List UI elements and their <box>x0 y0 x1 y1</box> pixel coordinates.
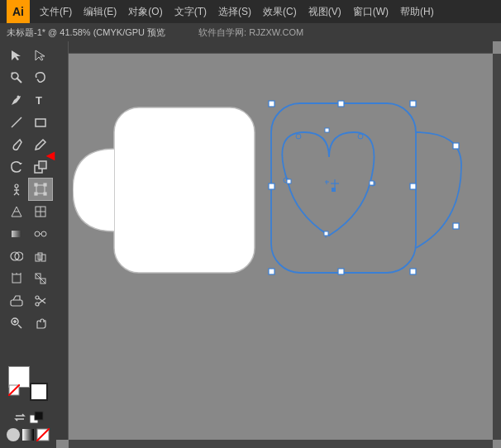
svg-rect-19 <box>44 193 46 195</box>
swap-colors-button[interactable] <box>13 411 26 424</box>
tool-row-mesh <box>0 179 56 200</box>
top-menu: 文件(F) 编辑(E) 对象(O) 文字(T) 选择(S) 效果(C) 视图(V… <box>35 3 494 21</box>
menu-object[interactable]: 对象(O) <box>123 3 167 21</box>
scissors-tool[interactable] <box>29 290 52 312</box>
stroke-color[interactable] <box>30 383 48 401</box>
tool-row-shape <box>0 245 56 267</box>
line-tool[interactable] <box>5 112 28 133</box>
svg-rect-57 <box>114 107 255 273</box>
tool-row-wand <box>0 67 56 88</box>
svg-rect-64 <box>338 269 344 274</box>
puppet-warp-tool[interactable] <box>5 179 28 200</box>
top-ruler <box>69 41 493 54</box>
tool-row-perspective <box>0 201 56 222</box>
mesh-tool[interactable] <box>29 201 52 222</box>
menu-file[interactable]: 文件(F) <box>35 3 77 21</box>
menu-select[interactable]: 选择(S) <box>213 3 256 21</box>
tool-row-zoom <box>0 312 56 334</box>
tool-row-pen: T <box>0 89 56 111</box>
svg-rect-33 <box>12 274 21 283</box>
tool-row-brush <box>0 134 56 155</box>
canvas-area[interactable] <box>56 41 501 448</box>
svg-rect-63 <box>338 101 344 107</box>
tab-bar: 未标题-1* @ 41.58% (CMYK/GPU 预览 软件自学网: RJZX… <box>0 23 501 41</box>
svg-line-6 <box>12 117 21 127</box>
magic-wand-tool[interactable] <box>5 67 28 88</box>
svg-line-13 <box>14 193 17 195</box>
svg-rect-81 <box>325 128 329 132</box>
lasso-tool[interactable] <box>29 67 52 88</box>
free-transform-tool[interactable] <box>29 179 52 200</box>
eraser-tool[interactable] <box>5 290 28 312</box>
svg-line-14 <box>17 193 19 195</box>
svg-rect-71 <box>332 188 336 192</box>
scale-tool[interactable] <box>29 156 52 178</box>
tool-row-line <box>0 112 56 133</box>
svg-rect-66 <box>269 183 274 189</box>
menu-effect[interactable]: 效果(C) <box>258 3 302 21</box>
no-fill-indicator <box>8 384 20 399</box>
svg-point-4 <box>17 96 19 98</box>
svg-point-26 <box>41 231 46 236</box>
svg-rect-68 <box>453 223 459 229</box>
direct-selection-tool[interactable] <box>29 45 52 66</box>
tool-row-eraser <box>0 290 56 312</box>
gradient-button[interactable] <box>21 428 35 441</box>
svg-point-10 <box>15 184 18 188</box>
svg-point-25 <box>35 231 40 236</box>
svg-point-41 <box>36 296 39 299</box>
hand-tool[interactable] <box>29 312 52 334</box>
menu-edit[interactable]: 编辑(E) <box>79 3 122 21</box>
svg-rect-78 <box>287 179 291 183</box>
svg-rect-40 <box>11 300 22 306</box>
left-ruler <box>56 41 69 440</box>
svg-point-42 <box>36 303 39 306</box>
artwork-svg <box>73 58 470 372</box>
menu-help[interactable]: 帮助(H) <box>395 3 439 21</box>
color-button[interactable] <box>7 428 20 441</box>
artboard-tool[interactable] <box>5 268 28 289</box>
svg-text:T: T <box>36 94 42 107</box>
menu-view[interactable]: 视图(V) <box>303 3 346 21</box>
perspective-tool[interactable] <box>5 201 28 222</box>
color-swatches <box>8 366 48 401</box>
small-icons-row <box>13 411 44 426</box>
svg-rect-17 <box>44 183 46 186</box>
zoom-tool[interactable] <box>5 312 28 334</box>
tool-row-selection <box>0 45 56 66</box>
main-area: T <box>0 41 501 448</box>
svg-rect-59 <box>269 101 274 107</box>
svg-rect-67 <box>453 143 459 149</box>
ai-logo: Ai <box>7 0 30 23</box>
svg-rect-18 <box>35 193 37 195</box>
gradient-tool[interactable] <box>5 223 28 245</box>
vertical-scrollbar[interactable] <box>493 54 501 440</box>
svg-rect-65 <box>410 183 416 189</box>
toolbar: T <box>0 41 56 448</box>
svg-rect-16 <box>35 183 37 186</box>
title-bar: Ai 文件(F) 编辑(E) 对象(O) 文字(T) 选择(S) 效果(C) 视… <box>0 0 501 23</box>
tool-row-rotate <box>0 156 56 178</box>
svg-line-46 <box>18 325 21 328</box>
horizontal-scrollbar[interactable] <box>69 440 493 448</box>
paintbrush-tool[interactable] <box>5 134 28 155</box>
menu-type[interactable]: 文字(T) <box>169 3 212 21</box>
pencil-tool[interactable] <box>29 134 52 155</box>
default-colors-button[interactable] <box>29 411 44 426</box>
live-paint-tool[interactable] <box>29 245 52 267</box>
rectangle-tool[interactable] <box>29 112 52 133</box>
blend-tool[interactable] <box>29 223 52 245</box>
svg-rect-61 <box>269 269 274 274</box>
tab-title[interactable]: 未标题-1* @ 41.58% (CMYK/GPU 预览 <box>7 26 165 39</box>
rotate-tool[interactable] <box>5 156 28 178</box>
none-button[interactable] <box>36 428 50 441</box>
pen-tool[interactable] <box>5 89 28 111</box>
svg-rect-7 <box>36 119 45 126</box>
type-tool[interactable]: T <box>29 89 52 111</box>
menu-window[interactable]: 窗口(W) <box>348 3 394 21</box>
svg-rect-53 <box>22 429 34 441</box>
shape-builder-tool[interactable] <box>5 245 28 267</box>
svg-rect-24 <box>12 231 21 237</box>
slice-tool[interactable] <box>29 268 52 289</box>
selection-tool[interactable] <box>5 45 28 66</box>
